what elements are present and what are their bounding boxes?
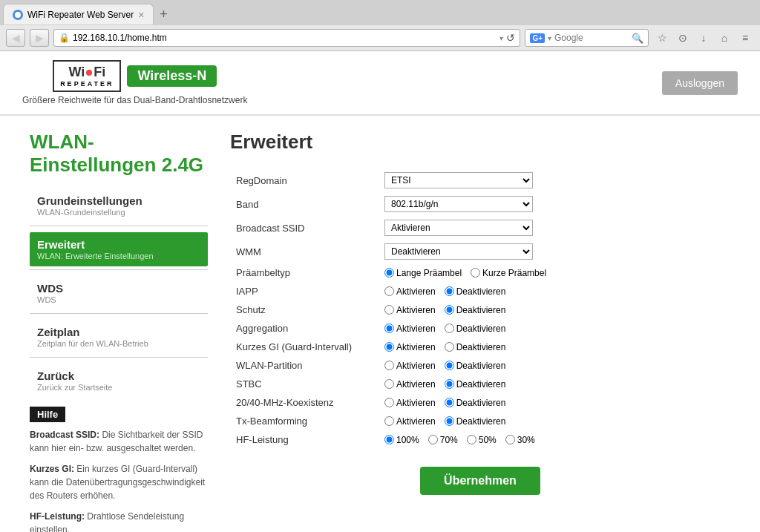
beam-on-label[interactable]: Aktivieren	[384, 416, 436, 427]
download-icon[interactable]: ↓	[695, 29, 712, 47]
search-arrow: ▾	[548, 34, 551, 42]
field-value: Aktivieren Deaktivieren	[379, 393, 730, 412]
field-value: Aktivieren Deaktivieren	[379, 319, 730, 338]
submit-button[interactable]: Übernehmen	[420, 467, 540, 495]
beam-off-label[interactable]: Deaktivieren	[445, 416, 506, 427]
stbc-on-label[interactable]: Aktivieren	[384, 379, 436, 390]
partition-on-radio[interactable]	[384, 361, 394, 370]
browser-chrome: WiFi Repeater Web Server × + ◀ ▶ 🔒 ▾ ↺ G…	[0, 0, 760, 51]
forward-button[interactable]: ▶	[30, 29, 49, 47]
partition-on-label[interactable]: Aktivieren	[384, 361, 436, 371]
preamble-long-radio[interactable]	[384, 268, 394, 278]
sidebar-item-zeitplan[interactable]: Zeitplan Zeitplan für den WLAN-Betrieb	[30, 320, 208, 354]
search-magnifier-icon[interactable]: 🔍	[632, 33, 643, 44]
coexist-on-label[interactable]: Aktivieren	[384, 398, 436, 408]
hf-100-label[interactable]: 100%	[384, 435, 419, 445]
field-value: Aktivieren Deaktivieren	[379, 412, 730, 430]
profile-icon[interactable]: ⊙	[674, 29, 692, 47]
home-icon[interactable]: ⌂	[715, 29, 733, 47]
gi-radio-group: Aktivieren Deaktivieren	[384, 342, 724, 352]
preamble-short-label[interactable]: Kurze Präambel	[471, 268, 546, 278]
preamble-long-label[interactable]: Lange Präambel	[384, 268, 462, 278]
sidebar-item-title: WDS	[37, 282, 200, 295]
beam-off-radio[interactable]	[445, 416, 454, 426]
address-icon: 🔒	[59, 33, 70, 43]
sidebar-item-zurueck[interactable]: Zurück Zurück zur Startseite	[30, 364, 208, 398]
iapp-off-label[interactable]: Deaktivieren	[445, 286, 506, 297]
new-tab-button[interactable]: +	[154, 7, 174, 22]
coexist-on-radio[interactable]	[384, 398, 394, 407]
table-row: Kurzes GI (Guard-Intervall) Aktivieren D…	[230, 338, 730, 356]
hf-100-radio[interactable]	[384, 435, 394, 444]
wmm-select[interactable]: Deaktivieren Aktivieren	[384, 243, 533, 260]
table-row: HF-Leistung 100% 70% 50% 30%	[230, 430, 730, 449]
partition-off-radio[interactable]	[445, 361, 454, 370]
table-row: Präambeltyp Lange Präambel Kurze Präambe…	[230, 263, 730, 282]
field-value: 100% 70% 50% 30%	[379, 430, 730, 449]
field-label: HF-Leistung	[230, 430, 379, 449]
logout-button[interactable]: Ausloggen	[662, 71, 738, 95]
preamble-radio-group: Lange Präambel Kurze Präambel	[384, 268, 724, 278]
stbc-on-radio[interactable]	[384, 379, 394, 389]
agg-on-radio[interactable]	[384, 324, 394, 333]
stbc-off-label[interactable]: Deaktivieren	[445, 379, 506, 390]
broadcast-ssid-select[interactable]: Aktivieren Deaktivieren	[384, 220, 533, 236]
iapp-off-radio[interactable]	[445, 286, 454, 296]
hf-70-radio[interactable]	[428, 435, 438, 444]
gi-on-radio[interactable]	[384, 342, 394, 352]
table-row: Broadcast SSID Aktivieren Deaktivieren	[230, 216, 730, 240]
table-row: Schutz Aktivieren Deaktivieren	[230, 301, 730, 319]
back-button[interactable]: ◀	[6, 29, 25, 47]
hf-70-label[interactable]: 70%	[428, 435, 458, 445]
help-hf-leistung: HF-Leistung: Drahtlose Sendeleistung ein…	[30, 510, 208, 532]
stbc-off-radio[interactable]	[445, 379, 454, 389]
coexist-off-label[interactable]: Deaktivieren	[445, 398, 506, 408]
partition-off-label[interactable]: Deaktivieren	[445, 361, 506, 371]
field-label: Aggregation	[230, 319, 379, 338]
gi-off-label[interactable]: Deaktivieren	[445, 342, 506, 352]
schutz-on-radio[interactable]	[384, 305, 394, 315]
nav-icons: ☆ ⊙ ↓ ⌂ ≡	[653, 29, 754, 47]
page-title: WLAN-Einstellungen 2.4G	[30, 131, 208, 177]
gi-off-radio[interactable]	[445, 342, 454, 352]
schutz-on-label[interactable]: Aktivieren	[384, 305, 436, 315]
field-label: RegDomain	[230, 168, 379, 192]
regdomain-select[interactable]: ETSI FCC MKK	[384, 172, 533, 188]
schutz-off-label[interactable]: Deaktivieren	[445, 305, 506, 315]
beam-on-radio[interactable]	[384, 416, 394, 426]
agg-on-label[interactable]: Aktivieren	[384, 324, 436, 334]
hf-30-label[interactable]: 30%	[505, 435, 535, 445]
hf-50-label[interactable]: 50%	[467, 435, 497, 445]
content-title: Erweitert	[230, 131, 730, 154]
tab-favicon	[13, 10, 23, 20]
agg-off-label[interactable]: Deaktivieren	[445, 324, 506, 334]
wifi-wi-text: Wi Fi	[68, 65, 105, 80]
agg-off-radio[interactable]	[445, 324, 454, 333]
schutz-off-radio[interactable]	[445, 305, 454, 315]
band-select[interactable]: 802.11b/g/n 802.11b/g 802.11n	[384, 196, 533, 212]
gi-on-label[interactable]: Aktivieren	[384, 342, 436, 352]
hf-30-radio[interactable]	[505, 435, 515, 444]
tab-close-button[interactable]: ×	[138, 9, 144, 21]
sidebar-item-wds[interactable]: WDS WDS	[30, 276, 208, 310]
hf-50-radio[interactable]	[467, 435, 476, 444]
address-dropdown-icon[interactable]: ▾	[499, 34, 503, 42]
active-tab[interactable]: WiFi Repeater Web Server ×	[3, 4, 154, 24]
schutz-radio-group: Aktivieren Deaktivieren	[384, 305, 724, 315]
iapp-on-radio[interactable]	[384, 286, 394, 296]
sidebar-item-erweitert[interactable]: Erweitert WLAN: Erweiterte Einstellungen	[30, 232, 208, 266]
sidebar-item-grundeinstellungen[interactable]: Grundeinstellungen WLAN-Grundeinstellung	[30, 188, 208, 223]
coexist-off-radio[interactable]	[445, 398, 454, 407]
refresh-icon[interactable]: ↺	[506, 32, 515, 44]
search-input[interactable]	[554, 33, 629, 43]
aggregation-radio-group: Aktivieren Deaktivieren	[384, 324, 724, 334]
bookmark-icon[interactable]: ☆	[653, 29, 671, 47]
field-label: Band	[230, 192, 379, 216]
preamble-short-radio[interactable]	[471, 268, 480, 278]
address-input[interactable]	[73, 33, 497, 43]
field-label: WLAN-Partition	[230, 356, 379, 375]
field-label: Tx-Beamforming	[230, 412, 379, 430]
iapp-on-label[interactable]: Aktivieren	[384, 286, 436, 297]
wifi-repeater-label: REPEATER	[60, 80, 114, 88]
menu-icon[interactable]: ≡	[736, 29, 754, 47]
